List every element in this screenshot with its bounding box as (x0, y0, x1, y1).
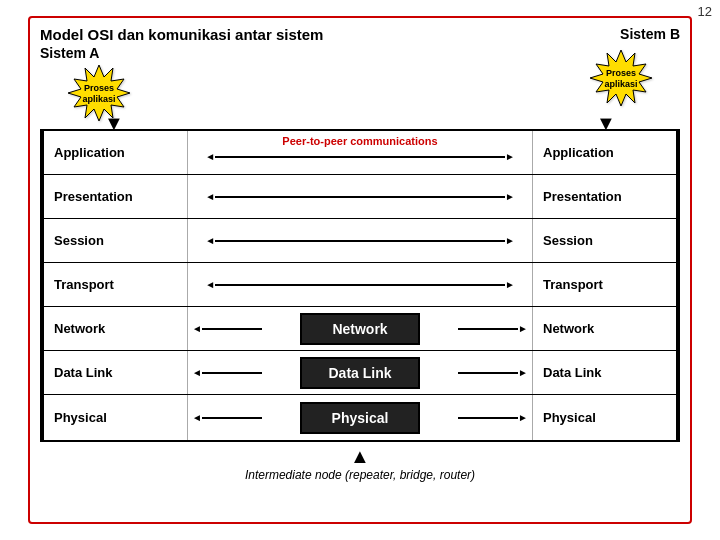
layer-cell-network-right: Network (532, 307, 680, 350)
network-node-box: Network (300, 313, 420, 345)
layer-cell-transport-right: Transport (532, 263, 680, 306)
sistem-b-label: Sistem B (620, 26, 680, 42)
layer-cell-datalink-left: Data Link (40, 351, 188, 394)
header-right: Sistem B Prosesaplikasi (580, 26, 680, 110)
up-arrow-icon: ▲ (350, 444, 370, 468)
layer-row-datalink: Data Link ◄ ► Data Link Data Link (40, 351, 680, 395)
header-section: Model OSI dan komunikasi antar sistem Si… (40, 26, 680, 125)
peer-arrow: ◄ ► (205, 151, 515, 162)
intermediate-label: Intermediate node (repeater, bridge, rou… (245, 468, 475, 482)
layer-cell-transport-middle: ◄ ► (188, 263, 532, 306)
physical-node-box: Physical (300, 402, 420, 434)
layer-row-transport: Transport ◄ ► Transport (40, 263, 680, 307)
layer-row-presentation: Presentation ◄ ► Presentation (40, 175, 680, 219)
starburst-b: Prosesaplikasi (590, 48, 652, 110)
layer-cell-physical-right: Physical (532, 395, 680, 440)
layer-cell-application-right: Application (532, 131, 680, 174)
proses-aplikasi-a-label: Prosesaplikasi (82, 83, 115, 105)
layer-cell-network-middle: ◄ ► Network (188, 307, 532, 350)
starburst-a: Prosesaplikasi (68, 63, 130, 125)
header-left: Model OSI dan komunikasi antar sistem Si… (40, 26, 323, 125)
intermediate-section: ▲ Intermediate node (repeater, bridge, r… (40, 444, 680, 482)
layer-cell-physical-left: Physical (40, 395, 188, 440)
layer-cell-transport-left: Transport (40, 263, 188, 306)
page-container: 12 Model OSI dan komunikasi antar sistem… (0, 0, 720, 540)
page-number: 12 (698, 4, 712, 19)
layer-row-network: Network ◄ ► Network Network (40, 307, 680, 351)
sistem-a-label: Sistem A (40, 45, 323, 61)
layer-cell-network-left: Network (40, 307, 188, 350)
proses-aplikasi-b-label: Prosesaplikasi (604, 68, 637, 90)
layer-cell-application-middle: Peer-to-peer communications ◄ ► (188, 131, 532, 174)
datalink-node-box: Data Link (300, 357, 420, 389)
layer-cell-datalink-middle: ◄ ► Data Link (188, 351, 532, 394)
transport-arrow: ◄ ► (205, 279, 515, 290)
layer-cell-session-left: Session (40, 219, 188, 262)
layer-cell-presentation-right: Presentation (532, 175, 680, 218)
main-title: Model OSI dan komunikasi antar sistem (40, 26, 323, 43)
peer-label: Peer-to-peer communications (278, 135, 441, 147)
layer-cell-physical-middle: ◄ ► Physical (188, 395, 532, 440)
layer-row-application: Application Peer-to-peer communications … (40, 131, 680, 175)
layer-cell-application-left: Application (40, 131, 188, 174)
layer-row-physical: Physical ◄ ► Physical Physical (40, 395, 680, 442)
layer-cell-presentation-middle: ◄ ► (188, 175, 532, 218)
layer-cell-session-middle: ◄ ► (188, 219, 532, 262)
layer-cell-session-right: Session (532, 219, 680, 262)
layer-cell-presentation-left: Presentation (40, 175, 188, 218)
session-arrow: ◄ ► (205, 235, 515, 246)
presentation-arrow: ◄ ► (205, 191, 515, 202)
main-container: Model OSI dan komunikasi antar sistem Si… (28, 16, 692, 524)
layer-row-session: Session ◄ ► Session (40, 219, 680, 263)
layer-cell-datalink-right: Data Link (532, 351, 680, 394)
osi-diagram: ▼ ▼ Application Peer-to-peer communicati… (40, 129, 680, 442)
